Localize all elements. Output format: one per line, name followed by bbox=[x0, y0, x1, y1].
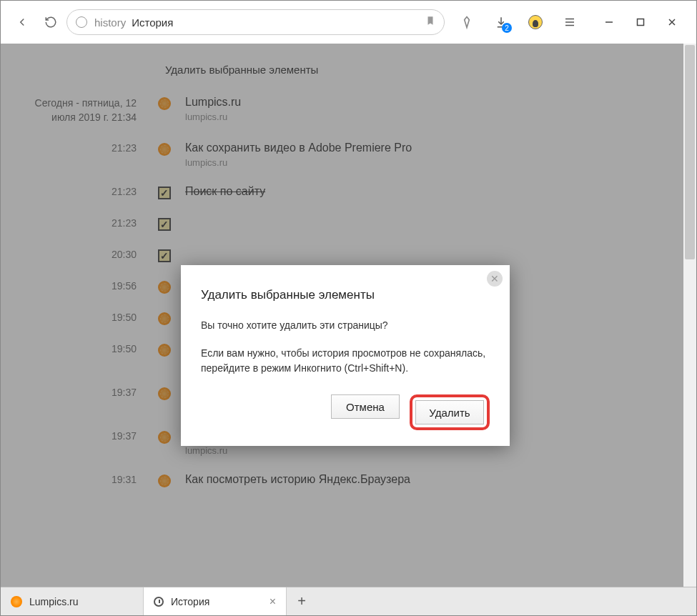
site-favicon bbox=[158, 387, 171, 400]
browser-toolbar: history История 2 bbox=[1, 1, 696, 44]
tab-close-icon[interactable]: × bbox=[270, 595, 276, 608]
tab-label: Lumpics.ru bbox=[29, 596, 78, 607]
history-checkbox[interactable]: ✓ bbox=[158, 249, 171, 262]
history-checkbox[interactable]: ✓ bbox=[158, 218, 171, 231]
delete-button-highlight: Удалить bbox=[410, 394, 490, 430]
history-row: 21:23 Как сохранить видео в Adobe Premie… bbox=[1, 137, 668, 181]
delete-selected-header[interactable]: Удалить выбранные элементы bbox=[1, 64, 668, 76]
history-date-label: Сегодня - пятница, 12 июля 2019 г. 21:34 bbox=[1, 96, 154, 124]
window-maximize[interactable] bbox=[625, 9, 656, 36]
address-text: history История bbox=[94, 16, 173, 29]
site-favicon bbox=[158, 312, 171, 325]
history-row: 21:23 ✓ bbox=[1, 212, 668, 244]
history-time: 19:50 bbox=[1, 311, 154, 323]
history-item-domain: lumpics.ru bbox=[185, 111, 241, 122]
history-time: 19:37 bbox=[1, 386, 154, 398]
site-favicon bbox=[158, 431, 171, 444]
scrollbar[interactable]: ▲ bbox=[683, 44, 696, 587]
history-item-title[interactable]: Как посмотреть историю Яндекс.Браузера bbox=[185, 473, 410, 486]
site-favicon bbox=[158, 97, 171, 110]
menu-button[interactable] bbox=[556, 9, 583, 36]
history-item-title[interactable]: Lumpics.ru bbox=[185, 96, 241, 109]
downloads-badge: 2 bbox=[502, 23, 512, 33]
dialog-close-icon[interactable]: ✕ bbox=[487, 271, 503, 287]
cancel-button[interactable]: Отмена bbox=[331, 394, 400, 419]
yandex-services-icon[interactable] bbox=[453, 9, 480, 36]
history-item-title[interactable]: Поиск по сайту bbox=[185, 185, 265, 198]
history-row: 21:23 ✓ Поиск по сайту bbox=[1, 181, 668, 212]
history-row: 19:31 Как посмотреть историю Яндекс.Брау… bbox=[1, 469, 668, 500]
bookmark-icon[interactable] bbox=[425, 16, 435, 29]
dialog-title: Удалить выбранные элементы bbox=[201, 288, 490, 302]
tab-bar: Lumpics.ru История × + bbox=[1, 587, 696, 615]
site-favicon bbox=[158, 344, 171, 357]
history-time: 20:30 bbox=[1, 248, 154, 260]
history-time: 21:23 bbox=[1, 185, 154, 197]
window-minimize[interactable] bbox=[593, 9, 625, 36]
history-checkbox[interactable]: ✓ bbox=[158, 187, 171, 199]
delete-button[interactable]: Удалить bbox=[415, 400, 484, 424]
downloads-button[interactable]: 2 bbox=[488, 9, 515, 36]
tab-favicon bbox=[11, 596, 22, 607]
history-time: 19:56 bbox=[1, 279, 154, 292]
history-time: 19:31 bbox=[1, 473, 154, 485]
history-item-title[interactable]: Как сохранить видео в Adobe Premiere Pro bbox=[185, 141, 412, 154]
dialog-text-2: Если вам нужно, чтобы история просмотров… bbox=[201, 346, 490, 376]
history-time: 19:37 bbox=[1, 429, 154, 442]
back-button[interactable] bbox=[9, 9, 35, 35]
tab-lumpics[interactable]: Lumpics.ru bbox=[1, 587, 144, 615]
history-time: 21:23 bbox=[1, 217, 154, 229]
new-tab-button[interactable]: + bbox=[287, 587, 317, 615]
scrollbar-thumb[interactable] bbox=[685, 45, 695, 259]
window-close[interactable] bbox=[656, 9, 688, 36]
history-item-domain: lumpics.ru bbox=[185, 445, 420, 456]
address-bar[interactable]: history История bbox=[66, 9, 445, 35]
history-time: 21:23 bbox=[1, 141, 154, 154]
tab-label: История bbox=[171, 596, 209, 607]
site-identity-icon bbox=[76, 16, 87, 28]
site-favicon bbox=[158, 281, 171, 294]
site-favicon bbox=[158, 143, 171, 156]
history-time: 19:50 bbox=[1, 342, 154, 354]
profile-button[interactable] bbox=[522, 9, 549, 36]
tab-history[interactable]: История × bbox=[144, 587, 287, 615]
svg-rect-0 bbox=[638, 19, 644, 26]
history-icon bbox=[154, 597, 164, 607]
confirm-delete-dialog: ✕ Удалить выбранные элементы Вы точно хо… bbox=[181, 265, 510, 446]
toolbar-right: 2 bbox=[448, 9, 688, 36]
dialog-text-1: Вы точно хотите удалить эти страницы? bbox=[201, 318, 490, 333]
site-favicon bbox=[158, 475, 171, 487]
reload-button[interactable] bbox=[38, 9, 64, 35]
history-row: Сегодня - пятница, 12 июля 2019 г. 21:34… bbox=[1, 91, 668, 137]
history-item-domain: lumpics.ru bbox=[185, 157, 412, 168]
